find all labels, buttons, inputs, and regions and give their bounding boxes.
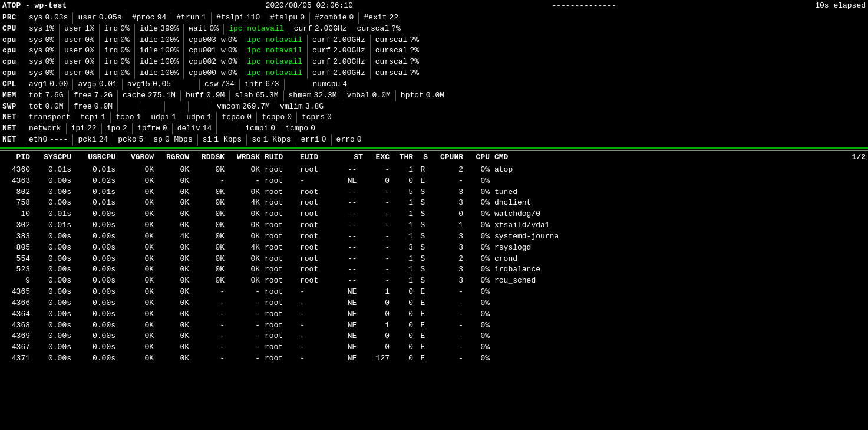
- proc-ruid: root: [265, 242, 300, 254]
- proc-st: --: [341, 209, 368, 220]
- proc-cmd: dhclient: [494, 198, 866, 209]
- proc-st: NE: [341, 353, 368, 365]
- stats-row-11: NET eth0 ---- pcki 24 pcko 5 sp 0 Mbps s…: [0, 134, 868, 146]
- proc-rddsk: -: [194, 342, 229, 353]
- proc-rgrow: 0K: [159, 165, 194, 176]
- proc-euid: -: [300, 298, 341, 309]
- proc-ruid: root: [265, 198, 300, 209]
- proc-ruid: root: [265, 165, 300, 176]
- proc-syscpu: 0.01s: [35, 220, 76, 231]
- proc-st: --: [341, 242, 368, 254]
- proc-s: S: [418, 275, 433, 287]
- row-label: cpu: [1, 45, 24, 57]
- table-row: 5540.00s0.00s0K0K0K0Krootroot---1S20%cro…: [0, 254, 868, 265]
- proc-euid: root: [300, 165, 341, 176]
- proc-usrcpu: 0.00s: [76, 309, 120, 320]
- proc-exc: 0: [368, 176, 394, 187]
- proc-st: --: [341, 220, 368, 231]
- proc-rddsk: 0K: [194, 187, 229, 198]
- proc-cmd: [494, 331, 866, 342]
- proc-pid: 758: [2, 198, 35, 209]
- proc-st: --: [341, 264, 368, 275]
- proc-thr: 0: [394, 342, 418, 353]
- proc-exc: 0: [368, 309, 394, 320]
- proc-thr: 3: [394, 242, 418, 254]
- proc-s: E: [418, 353, 433, 365]
- process-header-row: PIDSYSCPUUSRCPUVGROWRGROWRDDSKWRDSKRUIDE…: [0, 150, 868, 165]
- proc-vgrow: 0K: [120, 342, 159, 353]
- green-divider: [0, 147, 868, 149]
- proc-ruid: root: [265, 254, 300, 265]
- proc-usrcpu: 0.01s: [76, 165, 120, 176]
- proc-pid: 383: [2, 231, 35, 242]
- proc-exc: 0: [368, 342, 394, 353]
- proc-cmd: [494, 353, 866, 365]
- proc-cpu: 0%: [468, 231, 494, 242]
- table-row: 5230.00s0.00s0K0K0K0Krootroot---1S30%irq…: [0, 264, 868, 275]
- proc-wrdsk: -: [229, 353, 265, 365]
- row-label: CPU: [1, 24, 24, 35]
- proc-syscpu: 0.00s: [35, 353, 76, 365]
- proc-pid: 4367: [2, 342, 35, 353]
- proc-cmd: [494, 298, 866, 309]
- proc-pid: 554: [2, 254, 35, 265]
- proc-pid: 4365: [2, 287, 35, 298]
- proc-thr: 0: [394, 176, 418, 187]
- stats-row-2: cpu sys 0% user 0% irq 0% idle 100% cpu0…: [0, 35, 868, 46]
- terminal: ATOP - wp-test 2020/08/05 02:06:10 -----…: [0, 0, 868, 365]
- proc-pid: 4364: [2, 309, 35, 320]
- proc-rgrow: 0K: [159, 342, 194, 353]
- proc-rgrow: 0K: [159, 209, 194, 220]
- proc-usrcpu: 0.00s: [76, 298, 120, 309]
- proc-cpunr: 3: [433, 264, 468, 275]
- proc-syscpu: 0.00s: [35, 287, 76, 298]
- proc-syscpu: 0.00s: [35, 264, 76, 275]
- row-label: MEM: [1, 90, 24, 101]
- header-bar: ATOP - wp-test 2020/08/05 02:06:10 -----…: [0, 0, 868, 12]
- proc-wrdsk: 0K: [229, 220, 265, 231]
- proc-euid: -: [300, 320, 341, 331]
- proc-cpu: 0%: [468, 309, 494, 320]
- col-header-ruid: RUID: [265, 152, 300, 163]
- proc-cpu: 0%: [468, 209, 494, 220]
- proc-exc: -: [368, 198, 394, 209]
- proc-vgrow: 0K: [120, 231, 159, 242]
- proc-wrdsk: 0K: [229, 209, 265, 220]
- proc-wrdsk: 0K: [229, 254, 265, 265]
- proc-rgrow: 0K: [159, 242, 194, 254]
- row-label: NET: [1, 123, 24, 134]
- proc-ruid: root: [265, 264, 300, 275]
- proc-cmd: tuned: [494, 187, 866, 198]
- proc-st: --: [341, 198, 368, 209]
- proc-wrdsk: -: [229, 331, 265, 342]
- proc-cpunr: -: [433, 320, 468, 331]
- col-header-s: S: [418, 152, 433, 163]
- proc-cpunr: -: [433, 287, 468, 298]
- proc-rgrow: 0K: [159, 264, 194, 275]
- header-title: ATOP - wp-test: [2, 1, 67, 12]
- proc-ruid: root: [265, 176, 300, 187]
- row-label: PRC: [1, 12, 24, 24]
- header-datetime: 2020/08/05 02:06:10: [266, 1, 353, 12]
- proc-ruid: root: [265, 187, 300, 198]
- proc-cpu: 0%: [468, 187, 494, 198]
- proc-pid: 302: [2, 220, 35, 231]
- proc-ruid: root: [265, 353, 300, 365]
- proc-cmd: [494, 320, 866, 331]
- table-row: 100.01s0.00s0K0K0K0Krootroot---1S00%watc…: [0, 209, 868, 220]
- col-header-thr: THR: [394, 152, 418, 163]
- proc-euid: root: [300, 209, 341, 220]
- proc-thr: 0: [394, 309, 418, 320]
- proc-wrdsk: -: [229, 298, 265, 309]
- table-row: 7580.00s0.01s0K0K0K4Krootroot---1S30%dhc…: [0, 198, 868, 209]
- proc-s: S: [418, 264, 433, 275]
- proc-rddsk: -: [194, 320, 229, 331]
- proc-header: PIDSYSCPUUSRCPUVGROWRGROWRDDSKWRDSKRUIDE…: [0, 150, 868, 165]
- proc-rgrow: 0K: [159, 320, 194, 331]
- proc-st: NE: [341, 287, 368, 298]
- proc-rddsk: 0K: [194, 165, 229, 176]
- proc-ruid: root: [265, 231, 300, 242]
- stats-row-10: NET network ipi 22 ipo 2 ipfrw 0 deliv 1…: [0, 123, 868, 134]
- proc-rddsk: -: [194, 176, 229, 187]
- proc-vgrow: 0K: [120, 353, 159, 365]
